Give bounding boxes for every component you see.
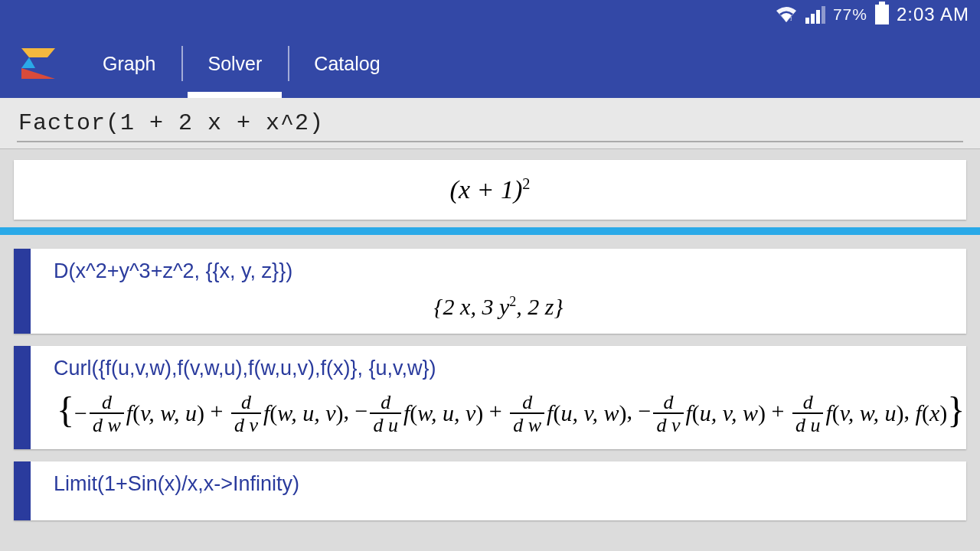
tab-graph[interactable]: Graph [77,29,181,98]
svg-text:↕: ↕ [789,15,793,22]
tab-solver[interactable]: Solver [181,29,288,98]
current-result: (x + 1)2 [14,160,966,220]
android-status-bar: ↕ 77% 2:03 AM [0,0,980,29]
svg-rect-2 [811,14,815,24]
history-input: Curl({f(u,v,w),f(v,w,u),f(w,u,v),f(x)}, … [54,357,943,380]
history-input: Limit(1+Sin(x)/x,x->Infinity) [54,472,943,496]
signal-icon [805,5,827,24]
wifi-icon: ↕ [775,5,798,24]
current-result-card[interactable]: (x + 1)2 [14,160,966,220]
result-separator [0,227,980,235]
svg-rect-4 [822,6,825,24]
content-area: Factor(1 + 2 x + x^2) (x + 1)2 D(x^2+y^3… [0,98,980,520]
history-output: {−dd wf(v, w, u) + dd vf(w, u, v), −dd u… [54,391,943,435]
history-card[interactable]: D(x^2+y^3+z^2, {{x, y, z}}) {2 x, 3 y2, … [14,249,966,334]
tab-solver-label: Solver [207,53,262,75]
svg-marker-5 [21,48,55,57]
history-card[interactable]: Curl({f(u,v,w),f(v,w,u),f(w,u,v),f(x)}, … [14,346,966,449]
app-bar: Graph Solver Catalog [0,29,980,98]
tab-bar: Graph Solver Catalog [77,29,407,98]
card-accent [14,249,31,334]
tab-catalog-label: Catalog [314,53,380,75]
tab-graph-label: Graph [103,53,155,75]
clock: 2:03 AM [897,4,969,25]
app-logo-icon[interactable] [8,33,69,94]
svg-marker-6 [21,57,35,68]
svg-rect-3 [816,10,820,24]
history-input: D(x^2+y^3+z^2, {{x, y, z}}) [54,259,943,283]
history-output: {2 x, 3 y2, 2 z} [54,294,943,320]
expression-input[interactable]: Factor(1 + 2 x + x^2) [17,107,963,142]
battery-percent: 77% [833,5,867,24]
svg-rect-1 [805,18,809,24]
input-area: Factor(1 + 2 x + x^2) [0,98,980,149]
card-accent [14,346,31,449]
card-accent [14,461,31,520]
history-card[interactable]: Limit(1+Sin(x)/x,x->Infinity) [14,461,966,520]
battery-icon [875,5,889,24]
history-list: D(x^2+y^3+z^2, {{x, y, z}}) {2 x, 3 y2, … [0,235,980,520]
tab-catalog[interactable]: Catalog [288,29,406,98]
